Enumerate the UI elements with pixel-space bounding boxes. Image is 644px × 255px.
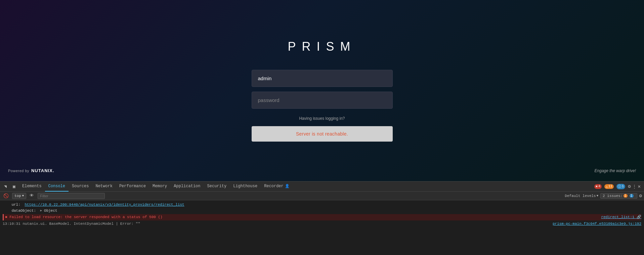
tab-security[interactable]: Security xyxy=(204,182,230,192)
tab-elements[interactable]: Elements xyxy=(19,182,45,192)
tab-lighthouse[interactable]: Lighthouse xyxy=(230,182,261,192)
error-badge: ✖ 4 xyxy=(594,184,602,189)
help-link[interactable]: Having issues logging in? xyxy=(299,116,345,121)
console-url-link[interactable]: https://10.0.22.200:9440/api/nutanix/v3/… xyxy=(25,202,184,207)
tab-network[interactable]: Network xyxy=(92,182,116,192)
console-content: url: https://10.0.22.200:9440/api/nutani… xyxy=(0,200,644,255)
device-icon[interactable]: ▣ xyxy=(10,183,18,191)
devtools-toolbar: 🚫 top ▼ 👁 Default levels ▼ 2 issues: 1 1… xyxy=(0,192,644,200)
devtools-close-icon[interactable]: ✕ xyxy=(638,184,641,189)
tab-sources[interactable]: Sources xyxy=(69,182,92,192)
console-settings-icon[interactable]: ⚙ xyxy=(639,193,642,199)
username-input[interactable] xyxy=(252,70,393,87)
devtools-panel: ◥ ▣ Elements Console Sources Network Per… xyxy=(0,181,644,255)
clear-console-icon[interactable]: 🚫 xyxy=(2,192,10,200)
default-levels-button[interactable]: Default levels ▼ xyxy=(565,194,598,198)
devtools-settings-icon[interactable]: ⚙ xyxy=(628,184,631,189)
devtools-more-icon[interactable]: ⋮ xyxy=(632,184,637,189)
app-title: PRISM xyxy=(288,40,356,54)
tab-performance[interactable]: Performance xyxy=(116,182,149,192)
login-container: PRISM Having issues logging in? Server i… xyxy=(252,40,393,142)
devtools-right-toolbar: Default levels ▼ 2 issues: 1 1 ⚙ xyxy=(565,193,642,199)
console-line-url: url: https://10.0.22.200:9440/api/nutani… xyxy=(3,202,641,208)
tab-memory[interactable]: Memory xyxy=(149,182,170,192)
inspect-icon[interactable]: ◥ xyxy=(1,183,9,191)
chevron-down-icon: ▼ xyxy=(22,194,24,198)
error-icon: ✖ xyxy=(5,215,7,220)
filter-input[interactable] xyxy=(38,193,105,199)
redirect-list-link[interactable]: redirect_list:1 🔗 xyxy=(601,214,641,220)
console-line-dataobject: dataObject: ▶ Object xyxy=(3,208,641,214)
password-input[interactable] xyxy=(252,92,393,109)
devtools-tab-bar: ◥ ▣ Elements Console Sources Network Per… xyxy=(0,182,644,192)
chevron-down-icon: ▼ xyxy=(597,194,598,198)
warning-badge: △ 11 xyxy=(604,184,614,189)
console-line-error: ✖ Failed to load resource: the server re… xyxy=(3,214,641,220)
issues-badge[interactable]: 2 issues: 1 1 xyxy=(600,193,637,199)
tagline: Engage the warp drive! xyxy=(595,168,636,173)
main-area: PRISM Having issues logging in? Server i… xyxy=(0,0,644,181)
powered-by: Powered by NUTANIX. xyxy=(8,168,54,173)
tab-console[interactable]: Console xyxy=(45,182,69,192)
eye-icon[interactable]: 👁 xyxy=(28,192,36,200)
top-selector[interactable]: top ▼ xyxy=(12,193,26,199)
tab-recorder[interactable]: Recorder 👤 xyxy=(261,182,293,192)
console-line-log: 13:10:31 nutanix.ui. BaseModel. IntentDy… xyxy=(3,221,641,227)
login-button[interactable]: Server is not reachable. xyxy=(252,126,393,142)
expand-arrow-icon[interactable]: ▶ xyxy=(40,208,42,213)
info-badge: ⓘ 1 xyxy=(616,184,625,189)
nutanix-logo: NUTANIX. xyxy=(31,168,54,173)
tab-application[interactable]: Application xyxy=(170,182,204,192)
devtools-right-icons: ✖ 4 △ 11 ⓘ 1 ⚙ ⋮ ✕ xyxy=(594,184,643,189)
source-link[interactable]: prism-pc-main.f3c04f.e53109a1c3e9.js:192 xyxy=(553,221,641,226)
